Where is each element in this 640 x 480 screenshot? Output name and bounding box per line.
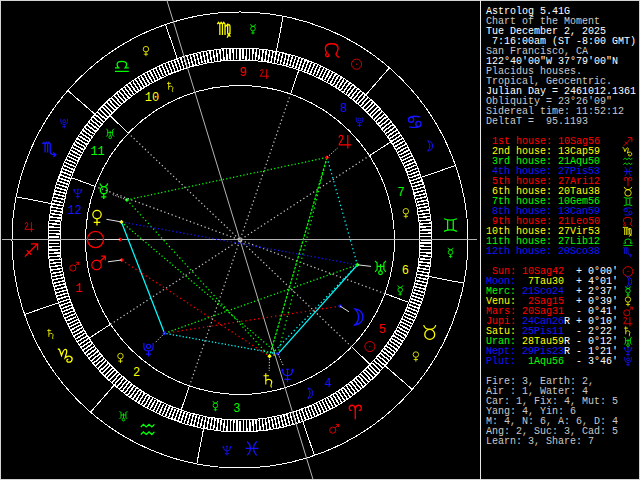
svg-text:1: 1 xyxy=(75,282,82,296)
svg-text:12: 12 xyxy=(67,204,81,218)
svg-text:8: 8 xyxy=(340,102,347,116)
svg-text:10: 10 xyxy=(145,91,159,105)
svg-text:5: 5 xyxy=(379,323,386,337)
svg-text:3: 3 xyxy=(233,402,240,416)
svg-text:4: 4 xyxy=(324,377,331,391)
svg-text:11: 11 xyxy=(90,145,104,159)
svg-text:9: 9 xyxy=(240,66,247,80)
svg-text:6: 6 xyxy=(402,264,409,278)
svg-text:2: 2 xyxy=(133,366,140,380)
svg-text:7: 7 xyxy=(397,186,404,200)
